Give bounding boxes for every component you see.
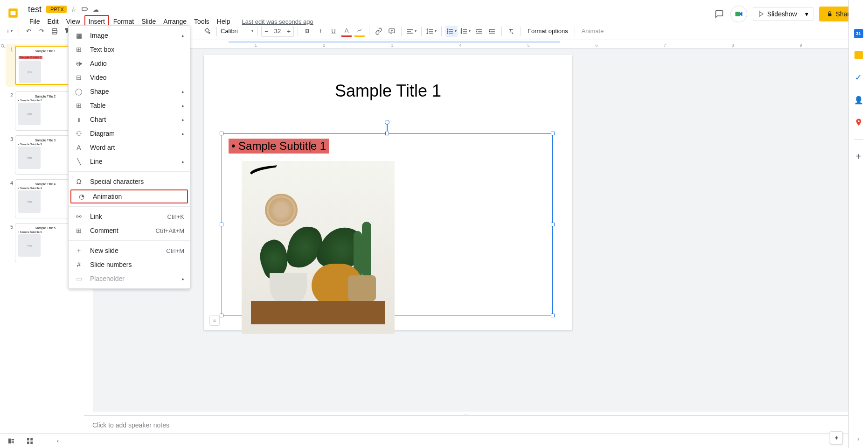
insert-audio[interactable]: 🕪Audio	[69, 56, 190, 70]
increase-indent-button[interactable]	[486, 26, 498, 37]
grid-view-button[interactable]	[24, 435, 35, 447]
bulleted-list-button[interactable]: ▾	[445, 26, 458, 37]
undo-button[interactable]: ↶	[23, 26, 34, 37]
slide-canvas[interactable]: Sample Title 1 Sample Subtitle 1	[204, 55, 572, 330]
font-family-select[interactable]: Calibri	[221, 28, 249, 35]
italic-button[interactable]: I	[315, 26, 326, 37]
add-addon-button[interactable]: +	[853, 151, 864, 162]
thumb-image: img	[19, 61, 41, 83]
tasks-icon[interactable]: ✓	[853, 72, 864, 83]
insert-special-chars[interactable]: ΩSpecial characters	[69, 175, 190, 189]
resize-handle-ml[interactable]	[220, 223, 223, 226]
underline-button[interactable]: U	[328, 26, 339, 37]
resize-handle-tl[interactable]	[220, 132, 223, 135]
align-button[interactable]: ▾	[405, 26, 417, 37]
insert-shape[interactable]: ◯Shape▸	[69, 84, 190, 98]
insert-diagram[interactable]: ⚇Diagram▸	[69, 126, 190, 140]
insert-slide-numbers[interactable]: #Slide numbers	[69, 258, 190, 272]
svg-rect-17	[12, 439, 14, 440]
slideshow-button[interactable]: Slideshow ▾	[753, 7, 813, 21]
contacts-icon[interactable]: 👤	[853, 94, 864, 105]
numbered-list-button[interactable]: 123▾	[459, 26, 472, 37]
filmstrip-view-button[interactable]	[6, 435, 17, 447]
menu-help[interactable]: Help	[214, 16, 234, 27]
slide-thumb-4[interactable]: Sample Title 4 • Sample Subtitle 4 img	[15, 179, 76, 218]
slide-expand-button[interactable]: ≡	[209, 315, 220, 326]
animate-button[interactable]: Animate	[579, 28, 607, 35]
font-size-decrease[interactable]: −	[262, 26, 271, 36]
new-slide-button[interactable]: +▾	[4, 26, 15, 37]
slide-thumb-3[interactable]: Sample Title 3 • Sample Subtitle 3 img	[15, 135, 76, 175]
bold-button[interactable]: B	[302, 26, 313, 37]
insert-wordart[interactable]: AWord art	[69, 140, 190, 154]
insert-comment-button[interactable]	[386, 26, 397, 37]
insert-new-slide[interactable]: +New slideCtrl+M	[69, 244, 190, 258]
slides-logo[interactable]	[4, 4, 22, 22]
slide-image[interactable]	[242, 161, 395, 334]
resize-handle-tm[interactable]	[385, 132, 389, 135]
comment-history-icon[interactable]	[714, 8, 725, 20]
slide-thumb-5[interactable]: Sample Title 5 • Sample Subtitle 5 img	[15, 223, 76, 262]
resize-handle-tr[interactable]	[551, 132, 555, 135]
text-color-button[interactable]: A	[341, 26, 352, 37]
keep-icon[interactable]	[853, 49, 864, 61]
pptx-badge: .PPTX	[46, 6, 67, 13]
decrease-indent-button[interactable]	[473, 26, 485, 37]
selected-textbox[interactable]: Sample Subtitle 1	[222, 133, 553, 315]
thumb-image: img	[18, 103, 41, 125]
insert-video[interactable]: ⊟Video	[69, 70, 190, 84]
resize-handle-mr[interactable]	[551, 223, 555, 226]
insert-link-button[interactable]	[373, 26, 384, 37]
redo-button[interactable]: ↷	[36, 26, 47, 37]
meet-icon[interactable]	[730, 6, 747, 22]
explore-button[interactable]: ✦	[830, 431, 843, 444]
slide-thumb-2[interactable]: Sample Title 2 • Sample Subtitle 2 img	[15, 91, 76, 131]
separator	[257, 27, 257, 36]
horizontal-ruler[interactable]: 1 1 2 3 4 5 6 7 8 9	[93, 40, 868, 49]
subtitle-highlighted-text[interactable]: Sample Subtitle 1	[229, 139, 329, 154]
insert-line[interactable]: ╲Line▸	[69, 154, 190, 168]
line-spacing-button[interactable]: ▾	[425, 26, 437, 37]
resize-handle-bl[interactable]	[220, 314, 223, 317]
clear-formatting-button[interactable]	[506, 26, 517, 37]
cloud-status-icon[interactable]: ☁	[92, 5, 100, 14]
separator	[216, 27, 217, 36]
insert-textbox[interactable]: ⊞Text box	[69, 42, 190, 56]
insert-table[interactable]: ⊞Table▸	[69, 98, 190, 112]
insert-animation[interactable]: ◔Animation	[70, 189, 188, 203]
last-edit-link[interactable]: Last edit was seconds ago	[242, 18, 313, 25]
slide-title-text[interactable]: Sample Title 1	[204, 55, 572, 101]
svg-rect-16	[8, 438, 11, 443]
canvas-area[interactable]: 1 1 2 3 4 5 6 7 8 9 Sample Title 1	[80, 40, 868, 430]
thumb-image: img	[18, 234, 41, 257]
svg-rect-2	[735, 12, 740, 16]
collapse-filmstrip-button[interactable]: ‹	[52, 435, 63, 447]
insert-image[interactable]: ▦Image▸	[69, 28, 190, 42]
document-title[interactable]: test	[26, 5, 43, 14]
resize-handle-br[interactable]	[551, 314, 555, 317]
insert-comment[interactable]: ⊞CommentCtrl+Alt+M	[69, 224, 190, 238]
slideshow-dropdown-icon[interactable]: ▾	[802, 10, 808, 18]
rotate-handle[interactable]	[387, 123, 388, 131]
header-actions: Slideshow ▾ Share	[714, 6, 861, 22]
slide-thumb-1[interactable]: Sample Title 1 Sample Subtitle 1 img	[15, 46, 76, 85]
insert-link[interactable]: ⚯LinkCtrl+K	[69, 210, 190, 224]
font-size-increase[interactable]: +	[284, 26, 293, 36]
fill-color-button[interactable]	[201, 26, 213, 37]
nike-swoosh-icon	[247, 164, 280, 178]
hide-side-panel-button[interactable]: ›	[853, 433, 864, 444]
calendar-icon[interactable]: 31	[854, 29, 863, 38]
star-icon[interactable]: ☆	[69, 5, 78, 14]
chevron-down-icon[interactable]: ▾	[251, 29, 253, 33]
move-icon[interactable]	[81, 5, 89, 14]
svg-point-8	[208, 32, 210, 34]
maps-icon[interactable]	[853, 117, 864, 128]
insert-chart[interactable]: ⫾Chart▸	[69, 112, 190, 126]
font-size-value[interactable]: 32	[271, 28, 284, 35]
highlight-color-button[interactable]	[354, 26, 365, 37]
notes-resize-handle[interactable]: ⋯	[84, 412, 848, 415]
side-panel-separator	[854, 139, 863, 140]
speaker-notes[interactable]: Click to add speaker notes	[84, 415, 848, 433]
print-button[interactable]	[49, 26, 60, 37]
format-options-button[interactable]: Format options	[525, 28, 571, 35]
